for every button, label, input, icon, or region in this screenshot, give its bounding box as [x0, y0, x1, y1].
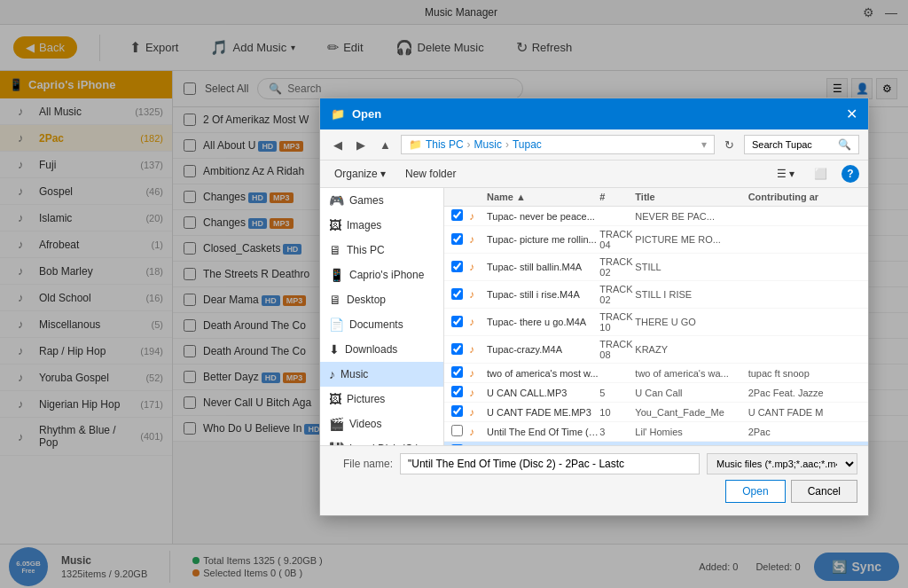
file-row-checkbox-area: [451, 405, 469, 419]
header-title[interactable]: Title: [635, 192, 748, 202]
nav-up-button[interactable]: ▲: [375, 137, 395, 153]
file-checkbox[interactable]: [451, 405, 463, 417]
nav-refresh-button[interactable]: ↻: [720, 137, 739, 153]
file-icon: ♪: [469, 445, 487, 446]
file-row-checkbox-area: [451, 209, 469, 223]
file-row[interactable]: ♪ Tupac- still ballin.M4A TRACK 02 STILL: [444, 254, 868, 281]
preview-button[interactable]: ⬜: [809, 165, 833, 183]
address-crumb-thispc[interactable]: This PC: [426, 138, 464, 151]
dialog-nav-icon: 🖼: [329, 392, 341, 406]
file-row[interactable]: ♪ Tupac- picture me rollin... TRACK 04 P…: [444, 226, 868, 254]
file-icon: ♪: [469, 406, 487, 419]
dialog-title: Open: [352, 107, 839, 121]
file-checkbox[interactable]: [451, 316, 463, 327]
header-num[interactable]: #: [599, 192, 635, 202]
dialog-nav-icon: 📄: [329, 318, 344, 332]
nav-back-button[interactable]: ◀: [329, 137, 347, 153]
file-row[interactable]: ♪ Tupac-crazy.M4A TRACK 08 KRAZY: [444, 336, 868, 364]
file-title: STILL I RISE: [635, 289, 748, 300]
cancel-button[interactable]: Cancel: [791, 480, 857, 503]
address-crumb-tupac[interactable]: Tupac: [513, 138, 542, 151]
dialog-nav-downloads[interactable]: ⬇ Downloads: [320, 337, 443, 362]
file-checkbox[interactable]: [451, 425, 463, 436]
file-row-checkbox-area: [451, 288, 469, 302]
dialog-sidebar: 🎮 Games 🖼 Images 🖥 This PC 📱 Caprio's iP…: [320, 188, 444, 445]
file-checkbox[interactable]: [451, 343, 463, 355]
file-checkbox[interactable]: [451, 288, 463, 300]
file-title: NEVER BE PAC...: [635, 211, 748, 222]
file-row[interactable]: ♪ U CANT FADE ME.MP3 10 You_Cant_Fade_Me…: [444, 403, 868, 422]
file-row[interactable]: ♪ U CAN CALL.MP3 5 U Can Call 2Pac Feat.…: [444, 383, 868, 403]
file-title: You_Cant_Fade_Me: [635, 407, 748, 418]
file-icon: ♪: [469, 343, 487, 356]
file-track-num: TRACK 10: [599, 311, 635, 333]
dialog-nav-pictures[interactable]: 🖼 Pictures: [320, 387, 443, 412]
file-icon: ♪: [469, 387, 487, 399]
header-icon-col: [469, 192, 487, 202]
file-row[interactable]: ♪ Tupac- still i rise.M4A TRACK 02 STILL…: [444, 281, 868, 309]
file-contrib: 2Pac: [748, 427, 861, 437]
file-row[interactable]: ♪ Tupac- there u go.M4A TRACK 10 THERE U…: [444, 309, 868, 336]
file-rows: ♪ Tupac- never be peace... NEVER BE PAC.…: [444, 207, 868, 445]
file-title: KRAZY: [635, 344, 748, 355]
filetype-select[interactable]: Music files (*.mp3;*.aac;*.m4a;*: [707, 453, 857, 474]
file-checkbox[interactable]: [451, 233, 463, 245]
file-row[interactable]: ♪ Until The End Of Time (D... 8 Lastones…: [444, 442, 868, 445]
dialog-nav-caprio's-iphone[interactable]: 📱 Caprio's iPhone: [320, 263, 443, 287]
file-checkbox[interactable]: [451, 261, 463, 272]
dialog-nav-music[interactable]: ♪ Music: [320, 362, 443, 387]
dialog-nav-label: This PC: [347, 244, 385, 256]
dialog-close-button[interactable]: ✕: [846, 106, 857, 122]
file-name: Tupac- still i rise.M4A: [487, 289, 599, 300]
dialog-nav-label: Desktop: [347, 294, 386, 306]
dialog-nav-label: Music: [340, 368, 368, 380]
dialog-nav-desktop[interactable]: 🖥 Desktop: [320, 287, 443, 312]
file-checkbox[interactable]: [451, 444, 463, 445]
dialog-search-input[interactable]: [752, 139, 834, 150]
file-name: U CAN CALL.MP3: [487, 388, 599, 398]
file-title: U Can Call: [635, 388, 748, 398]
nav-forward-button[interactable]: ▶: [352, 137, 370, 153]
dialog-nav-icon: 📱: [329, 268, 344, 282]
header-contrib[interactable]: Contributing ar: [748, 192, 861, 202]
file-title: PICTURE ME RO...: [635, 234, 748, 245]
organize-button[interactable]: Organize ▾: [329, 165, 391, 183]
dialog-nav-icon: 🎮: [329, 193, 344, 208]
view-options-button[interactable]: ☰ ▾: [771, 165, 800, 183]
address-crumb-music[interactable]: Music: [474, 138, 502, 151]
dialog-nav-games[interactable]: 🎮 Games: [320, 188, 443, 213]
open-button[interactable]: Open: [725, 480, 785, 503]
dialog-nav-documents[interactable]: 📄 Documents: [320, 312, 443, 337]
address-bar[interactable]: 📁 This PC › Music › Tupac ▾: [401, 135, 715, 154]
header-name[interactable]: Name ▲: [487, 192, 599, 202]
file-row[interactable]: ♪ Until The End Of Time (D... 3 Lil' Hom…: [444, 422, 868, 442]
file-title: two of america's wa...: [635, 368, 748, 379]
file-checkbox[interactable]: [451, 366, 463, 378]
file-row[interactable]: ♪ Tupac- never be peace... NEVER BE PAC.…: [444, 207, 868, 226]
file-name: two of america's most w...: [487, 368, 599, 379]
file-row[interactable]: ♪ two of america's most w... two of amer…: [444, 364, 868, 383]
file-checkbox[interactable]: [451, 209, 463, 221]
dialog-nav-icon: 🖥: [329, 243, 341, 257]
dialog-nav-images[interactable]: 🖼 Images: [320, 213, 443, 238]
dialog-search-icon: 🔍: [838, 138, 851, 151]
new-folder-button[interactable]: New folder: [400, 165, 461, 183]
file-icon: ♪: [469, 367, 487, 380]
help-button[interactable]: ?: [841, 165, 859, 183]
dialog-titlebar: 📁 Open ✕: [320, 98, 868, 129]
dialog-nav-icon: 🖥: [329, 293, 341, 307]
dialog-search-box[interactable]: 🔍: [744, 135, 859, 154]
file-list-header: Name ▲ # Title Contributing ar: [444, 188, 868, 207]
dialog-nav-label: Caprio's iPhone: [349, 269, 424, 281]
dialog-toolbar: Organize ▾ New folder ☰ ▾ ⬜ ?: [320, 161, 868, 188]
dialog-footer: File name: Music files (*.mp3;*.aac;*.m4…: [320, 445, 868, 515]
dialog-nav-videos[interactable]: 🎬 Videos: [320, 412, 443, 436]
file-contrib: U CANT FADE M: [748, 407, 861, 418]
dialog-nav-this-pc[interactable]: 🖥 This PC: [320, 238, 443, 263]
file-checkbox[interactable]: [451, 386, 463, 397]
filename-input[interactable]: [400, 453, 700, 474]
file-row-checkbox-area: [451, 444, 469, 445]
dialog-nav-local-disk-(c:)[interactable]: 💾 Local Disk (C:): [320, 436, 443, 445]
file-icon: ♪: [469, 288, 487, 301]
dialog-overlay: 📁 Open ✕ ◀ ▶ ▲ 📁 This PC › Music › Tupac…: [0, 0, 908, 588]
